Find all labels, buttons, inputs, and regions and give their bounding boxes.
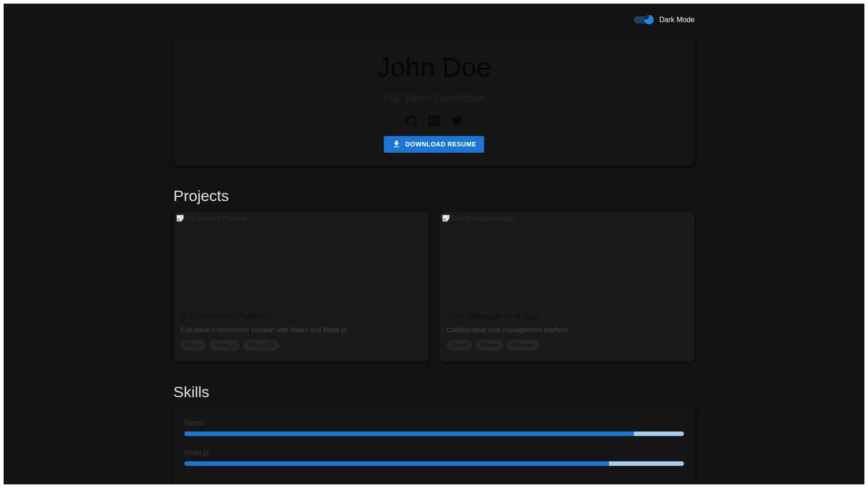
skill-item: React	[184, 419, 684, 436]
skill-progress-fill	[184, 461, 609, 466]
project-tags: React Redux Firebase	[447, 340, 688, 351]
role-subtitle: Full Stack Developer	[184, 92, 684, 104]
app-background: Dark Mode John Doe Full Stack Developer …	[4, 4, 864, 484]
skill-progress-bar	[184, 432, 684, 436]
project-title: E-Commerce Platform	[181, 311, 422, 321]
tag-chip: Firebase	[506, 340, 539, 351]
social-links	[184, 112, 684, 130]
projects-grid: E-Commerce Platform E-Commerce Platform …	[174, 212, 695, 361]
image-alt-text: Task Management App	[451, 215, 514, 222]
moon-icon	[644, 15, 654, 24]
broken-image-icon	[442, 215, 450, 222]
content-container: Dark Mode John Doe Full Stack Developer …	[174, 4, 695, 484]
github-icon[interactable]	[402, 112, 420, 130]
project-image-broken: E-Commerce Platform	[174, 212, 429, 309]
skill-progress-bar	[184, 461, 684, 466]
skills-heading: Skills	[174, 383, 695, 401]
dark-mode-toggle-row: Dark Mode	[174, 4, 695, 25]
twitter-icon[interactable]	[448, 112, 466, 130]
tag-chip: Redux	[476, 340, 503, 351]
skill-progress-fill	[184, 432, 634, 436]
project-card-ecommerce: E-Commerce Platform E-Commerce Platform …	[174, 212, 429, 361]
projects-heading: Projects	[174, 187, 695, 205]
skills-card: React Node.js	[174, 408, 695, 484]
project-tags: React Node.js MongoDB	[181, 340, 422, 351]
skill-name: React	[184, 419, 684, 427]
download-resume-button[interactable]: DOWNLOAD RESUME	[384, 136, 485, 153]
broken-image-icon	[176, 215, 184, 222]
tag-chip: React	[181, 340, 206, 351]
skill-name: Node.js	[184, 449, 684, 457]
image-alt-text: E-Commerce Platform	[185, 215, 246, 222]
project-description: Collaborative task management platform	[447, 326, 688, 333]
tag-chip: React	[447, 340, 472, 351]
linkedin-icon[interactable]	[425, 112, 443, 130]
dark-mode-label: Dark Mode	[659, 16, 694, 24]
project-title: Task Management App	[447, 311, 688, 321]
project-image-broken: Task Management App	[439, 212, 695, 309]
download-icon	[392, 140, 401, 149]
skill-item: Node.js	[184, 449, 684, 466]
hero-card: John Doe Full Stack Developer DOWNLOAD R…	[174, 38, 695, 165]
tag-chip: MongoDB	[243, 340, 279, 351]
dark-mode-switch[interactable]	[634, 14, 654, 25]
project-description: Full-stack e-commerce solution with Reac…	[181, 326, 422, 333]
project-card-task-app: Task Management App Task Management App …	[439, 212, 695, 361]
download-resume-label: DOWNLOAD RESUME	[406, 141, 476, 148]
name-heading: John Doe	[184, 52, 684, 84]
tag-chip: Node.js	[209, 340, 239, 351]
